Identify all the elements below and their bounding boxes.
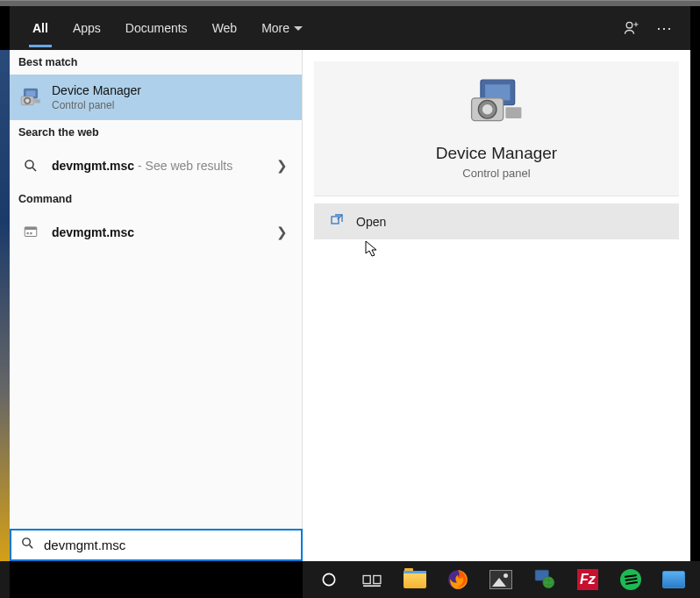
open-label: Open — [356, 215, 386, 229]
device-manager-icon — [18, 85, 43, 110]
open-icon — [330, 213, 344, 230]
preview-header: Device Manager Control panel — [314, 61, 679, 196]
taskbar-cortana-button[interactable] — [308, 561, 349, 598]
filezilla-icon: Fz — [577, 569, 598, 590]
preview-title: Device Manager — [436, 144, 557, 163]
search-icon — [20, 536, 35, 554]
preview-sub: Control panel — [462, 167, 530, 180]
taskbar-spotify-button[interactable] — [611, 561, 652, 598]
more-options-icon[interactable]: ⋯ — [656, 18, 673, 38]
svg-point-17 — [482, 104, 493, 115]
tab-web[interactable]: Web — [200, 9, 250, 47]
chevron-right-icon: ❯ — [276, 224, 293, 240]
photos-icon — [489, 570, 512, 589]
taskbar-photos-button[interactable] — [481, 561, 522, 598]
tabs-right-controls: ⋯ — [623, 18, 680, 38]
tab-all[interactable]: All — [20, 9, 61, 47]
section-command: Command — [10, 187, 302, 211]
svg-point-5 — [25, 99, 29, 103]
msc-icon — [18, 220, 43, 245]
tab-more-label: More — [261, 21, 289, 35]
results-container: Best match Device Manager Control panel — [10, 50, 690, 561]
command-label-wrap: devmgmt.msc — [52, 225, 276, 239]
svg-point-0 — [626, 22, 632, 28]
svg-line-21 — [30, 545, 33, 549]
feedback-icon[interactable] — [623, 19, 640, 37]
tab-documents[interactable]: Documents — [113, 9, 200, 47]
taskbar-left-fill — [0, 561, 10, 598]
globe-network-icon — [533, 568, 556, 591]
svg-rect-10 — [25, 227, 37, 230]
result-device-manager[interactable]: Device Manager Control panel — [10, 75, 302, 120]
taskbar-explorer-button[interactable] — [394, 561, 435, 598]
svg-point-7 — [25, 160, 33, 168]
start-search-panel: All Apps Documents Web More ⋯ Best match — [10, 6, 690, 561]
tab-more[interactable]: More — [249, 9, 315, 47]
result-text: Device Manager Control panel — [52, 83, 293, 111]
preview-action-open[interactable]: Open — [314, 203, 679, 239]
svg-rect-19 — [332, 217, 339, 224]
svg-point-22 — [323, 573, 334, 585]
result-preview-pane: Device Manager Control panel Open — [303, 50, 690, 561]
search-icon — [18, 153, 43, 178]
taskbar-filezilla-button[interactable]: Fz — [567, 561, 608, 598]
remote-desktop-icon — [662, 571, 685, 588]
svg-point-20 — [23, 538, 30, 546]
svg-rect-18 — [505, 107, 521, 118]
results-list: Best match Device Manager Control panel — [10, 50, 303, 561]
section-search-web: Search the web — [10, 120, 302, 145]
device-manager-icon-large — [469, 75, 524, 130]
command-label: devmgmt.msc — [52, 225, 134, 239]
taskbar-firefox-button[interactable] — [438, 561, 479, 598]
svg-rect-12 — [30, 232, 32, 234]
chevron-down-icon — [294, 26, 303, 31]
svg-line-8 — [32, 167, 36, 171]
web-result-text: devmgmt.msc - See web results — [52, 159, 276, 173]
search-tabs-bar: All Apps Documents Web More ⋯ — [10, 6, 690, 50]
svg-rect-24 — [374, 576, 381, 584]
section-best-match: Best match — [10, 50, 302, 75]
result-title: Device Manager — [52, 83, 293, 97]
taskbar-search-box[interactable] — [10, 529, 303, 561]
search-input[interactable] — [44, 537, 292, 552]
chevron-right-icon: ❯ — [276, 158, 293, 174]
svg-rect-11 — [27, 232, 29, 234]
svg-rect-23 — [363, 576, 370, 584]
result-sub: Control panel — [52, 99, 293, 111]
result-web-devmgmt[interactable]: devmgmt.msc - See web results ❯ — [10, 145, 302, 187]
result-command-devmgmt[interactable]: devmgmt.msc ❯ — [10, 211, 302, 253]
taskbar: Fz — [303, 561, 700, 598]
tab-apps[interactable]: Apps — [61, 9, 113, 47]
web-query: devmgmt.msc — [52, 159, 134, 173]
taskbar-remote-button[interactable] — [654, 561, 695, 598]
spotify-icon — [620, 569, 641, 590]
window-top-strip — [0, 0, 700, 6]
web-suffix: - See web results — [134, 159, 232, 173]
svg-rect-2 — [26, 90, 36, 96]
firefox-icon — [446, 568, 469, 591]
taskbar-taskview-button[interactable] — [351, 561, 392, 598]
folder-icon — [404, 571, 426, 588]
svg-rect-6 — [34, 99, 40, 103]
taskbar-globe-button[interactable] — [524, 561, 565, 598]
